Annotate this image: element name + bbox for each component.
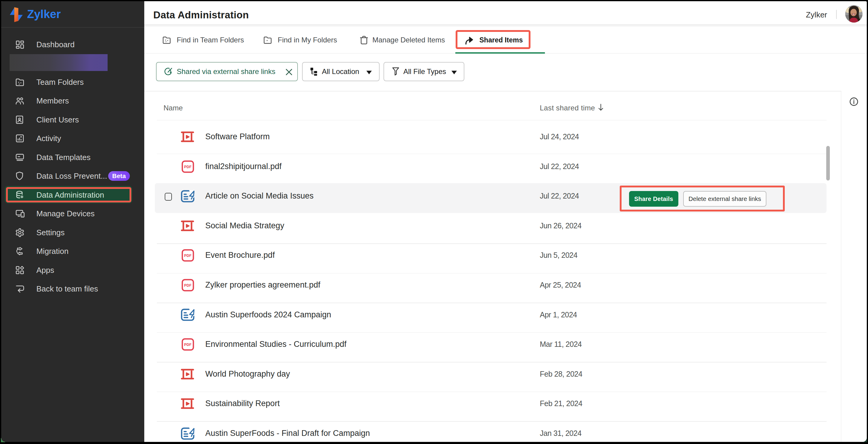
svg-text:PDF: PDF <box>184 165 192 169</box>
svg-text:PDF: PDF <box>184 343 192 347</box>
svg-text:PDF: PDF <box>184 254 192 258</box>
svg-text:PDF: PDF <box>184 284 192 288</box>
